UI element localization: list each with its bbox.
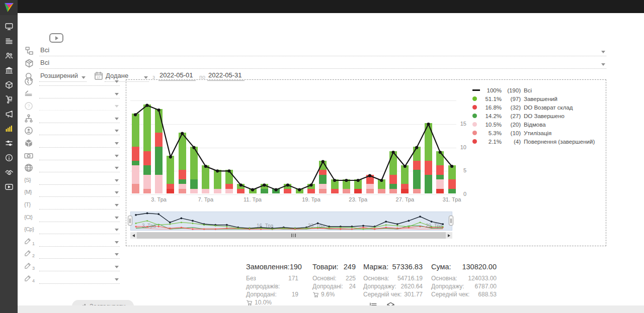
scroll-right-arrow[interactable] [446, 232, 452, 239]
filter-site-select[interactable] [39, 163, 120, 172]
sidebar-item-supply[interactable] [0, 92, 18, 107]
bar-segment[interactable] [401, 165, 409, 184]
bar-segment[interactable] [179, 179, 186, 184]
filter-utm-medium-select[interactable] [39, 187, 120, 197]
bar-segment[interactable] [413, 161, 421, 170]
bar-segment[interactable] [436, 189, 444, 193]
bar-segment[interactable] [155, 133, 163, 147]
bar-segment[interactable] [261, 184, 268, 188]
bar-segment[interactable] [378, 179, 385, 189]
filter-utm-source-select[interactable] [39, 175, 120, 185]
bar-segment[interactable] [214, 170, 221, 188]
bar-segment[interactable] [237, 184, 245, 188]
video-help-button[interactable] [49, 33, 63, 43]
sidebar-item-marketing[interactable] [0, 107, 18, 121]
sidebar-item-orders[interactable] [0, 34, 18, 48]
legend-row[interactable]: 14.2%(27)DO Завершено [472, 112, 595, 120]
sidebar-item-statistics[interactable] [0, 121, 18, 136]
scrollbar-grip[interactable] [291, 234, 296, 237]
bar-segment[interactable] [225, 170, 233, 184]
legend-row[interactable]: 5.3%(10)Утилізація [472, 129, 595, 137]
bar-segment[interactable] [155, 109, 163, 133]
bar-segment[interactable] [413, 170, 421, 188]
bar-segment[interactable] [389, 184, 397, 188]
product-select[interactable]: Всі [39, 58, 606, 69]
bar-segment[interactable] [413, 189, 421, 193]
bar-segment[interactable] [331, 179, 339, 189]
bar-segment[interactable] [296, 189, 303, 193]
filter-help-select[interactable] [39, 101, 120, 111]
bar-segment[interactable] [143, 175, 151, 189]
bar-segment[interactable] [167, 156, 174, 184]
filter-custom-1-select[interactable] [39, 237, 120, 247]
app-logo[interactable] [0, 0, 18, 15]
bar-segment[interactable] [143, 105, 151, 151]
chart-navigator[interactable]: 3. Тра16. Тра23. Тра29. Тра [130, 212, 452, 231]
bar-segment[interactable] [179, 133, 186, 170]
bar-segment[interactable] [425, 175, 432, 193]
bar-segment[interactable] [143, 165, 151, 175]
bar-segment[interactable] [366, 184, 374, 188]
bar-segment[interactable] [202, 189, 209, 193]
bar-segment[interactable] [436, 179, 444, 189]
bar-segment[interactable] [331, 189, 339, 193]
bar-segment[interactable] [436, 165, 444, 175]
bar-segment[interactable] [284, 189, 291, 193]
bar-segment[interactable] [225, 184, 233, 188]
bar-segment[interactable] [155, 147, 163, 175]
bar-segment[interactable] [132, 184, 139, 193]
filter-warehouse-select[interactable] [39, 138, 120, 148]
sidebar-item-dashboard[interactable] [0, 19, 18, 34]
bar-segment[interactable] [225, 189, 233, 193]
bar-segment[interactable] [190, 147, 198, 179]
legend-row[interactable]: 51.1%(97)Завершений [472, 94, 595, 103]
navigator-right-handle[interactable] [449, 216, 453, 226]
bar-segment[interactable] [143, 151, 151, 165]
bar-segment[interactable] [366, 189, 374, 193]
scroll-left-arrow[interactable] [130, 232, 137, 239]
bar-segment[interactable] [167, 189, 174, 193]
bar-segment[interactable] [319, 170, 327, 174]
bar-segment[interactable] [132, 161, 139, 165]
bar-segment[interactable] [319, 161, 327, 170]
bar-segment[interactable] [389, 189, 397, 193]
bar-segment[interactable] [378, 189, 385, 193]
bar-segment[interactable] [401, 184, 409, 188]
bar-segment[interactable] [319, 189, 327, 193]
bar-segment[interactable] [425, 161, 432, 175]
filter-structure-select[interactable] [39, 114, 120, 123]
sidebar-item-info[interactable] [0, 150, 18, 165]
filter-manager-select[interactable] [39, 126, 120, 135]
navigator-left-handle[interactable] [128, 216, 132, 226]
filter-country-select[interactable] [39, 76, 120, 86]
filter-utm-content-select[interactable] [39, 213, 120, 222]
bar-segment[interactable] [202, 165, 209, 189]
legend-row[interactable]: 2.1%(4)Повернення (завершений) [472, 137, 595, 146]
bar-segment[interactable] [179, 189, 186, 193]
filter-payment-select[interactable] [39, 151, 120, 160]
bar-segment[interactable] [319, 184, 327, 188]
sidebar-item-products[interactable] [0, 77, 18, 92]
bar-segment[interactable] [436, 175, 444, 179]
sidebar-item-video[interactable] [0, 179, 18, 194]
bar-segment[interactable] [214, 189, 221, 193]
bar-segment[interactable] [366, 175, 374, 184]
bar-segment[interactable] [272, 189, 280, 193]
bar-segment[interactable] [354, 179, 362, 189]
filter-utm-campaign-select[interactable] [39, 225, 120, 234]
bar-segment[interactable] [190, 179, 198, 189]
bar-segment[interactable] [249, 189, 257, 193]
bar-segment[interactable] [167, 184, 174, 188]
legend-row[interactable]: 100%(190)Всі [472, 86, 595, 94]
bar-segment[interactable] [319, 175, 327, 184]
bar-segment[interactable] [179, 184, 186, 188]
bar-segment[interactable] [190, 189, 198, 193]
bar-segment[interactable] [143, 189, 151, 193]
filter-level-select[interactable] [39, 89, 120, 98]
bar-segment[interactable] [413, 147, 421, 161]
bar-segment[interactable] [307, 189, 315, 193]
bar-segment[interactable] [179, 170, 186, 179]
bar-segment[interactable] [389, 151, 397, 175]
bar-segment[interactable] [307, 184, 315, 188]
bar-segment[interactable] [354, 189, 362, 193]
